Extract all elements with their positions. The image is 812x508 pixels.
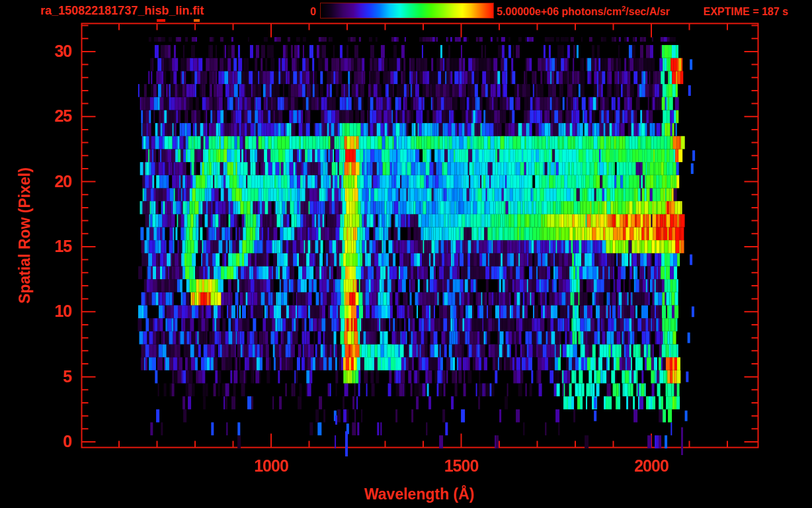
x-tick-label: 2000 <box>612 458 691 474</box>
y-tick-label: 0 <box>24 433 71 450</box>
x-tick-label: 1500 <box>422 458 501 474</box>
y-tick-label: 5 <box>24 368 71 385</box>
y-tick-label: 25 <box>24 108 71 124</box>
idl-spectrogram-window: ra_150822181737_hisb_lin.fit 0 5.00000e+… <box>0 0 812 508</box>
y-axis-title-text: Spatial Row (Pixel) <box>16 167 33 304</box>
x-axis-title: Wavelength (Å) <box>340 486 499 503</box>
x-tick-label: 1000 <box>231 458 311 474</box>
spectrogram-heatmap <box>82 19 758 460</box>
y-axis-title: Spatial Row (Pixel) <box>16 167 34 304</box>
y-tick-label: 10 <box>24 303 71 319</box>
y-tick-label: 30 <box>24 43 71 60</box>
